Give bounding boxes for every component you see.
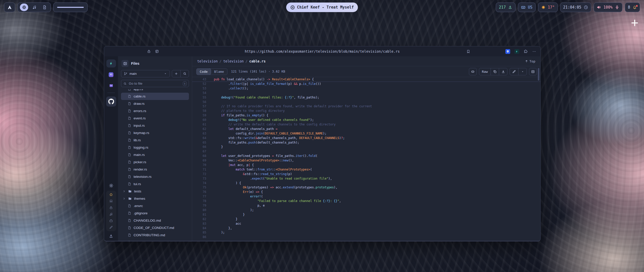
line-number[interactable]: 80 <box>192 208 206 213</box>
breadcrumb-item-1[interactable]: television <box>223 59 244 63</box>
briefcase-icon[interactable] <box>109 219 113 223</box>
line-number[interactable]: 70 <box>192 163 206 167</box>
line-number[interactable]: 74 <box>192 181 206 186</box>
line-number[interactable]: 71 <box>192 167 206 172</box>
laptop-icon[interactable] <box>109 199 113 203</box>
file-tree-item-picker.rs[interactable]: picker.rs <box>121 158 189 166</box>
file-tree-item-CONTRIBUTING.md[interactable]: CONTRIBUTING.md <box>121 231 189 239</box>
site-permissions-icon[interactable] <box>155 49 159 53</box>
line-number[interactable]: 69 <box>192 158 206 163</box>
file-tree-item-render.rs[interactable]: render.rs <box>121 166 189 173</box>
file-tree-item-tui.rs[interactable]: tui.rs <box>121 180 189 188</box>
edit-caret-button[interactable] <box>518 68 527 75</box>
url-bar[interactable]: https://github.com/alexpasmantier/televi… <box>245 49 400 53</box>
line-number[interactable]: 68 <box>192 154 206 158</box>
line-number[interactable]: 66 <box>192 145 206 149</box>
status-widget-keyboard-layout[interactable]: US <box>518 3 535 12</box>
line-number[interactable]: 56 <box>192 100 206 105</box>
line-number[interactable]: 76 <box>192 190 206 194</box>
styles-extension-icon[interactable] <box>514 49 519 54</box>
file-tree-item-keymap.rs[interactable]: keymap.rs <box>121 129 189 137</box>
search-tree-button[interactable] <box>180 70 189 77</box>
line-number[interactable]: 86 <box>192 235 206 240</box>
tab-github[interactable] <box>106 96 116 107</box>
file-tree-item-lib.rs[interactable]: lib.rs <box>121 137 189 144</box>
line-number[interactable]: 60 <box>192 118 206 122</box>
add-file-button[interactable] <box>172 70 180 77</box>
line-number[interactable]: 58 <box>192 109 206 113</box>
line-number[interactable]: 62 <box>192 127 206 131</box>
pencil-icon[interactable] <box>109 225 113 229</box>
app-button-globe[interactable] <box>20 4 28 11</box>
line-number[interactable]: 53 <box>192 86 206 91</box>
bitwarden-extension-icon[interactable] <box>505 49 510 54</box>
line-number[interactable]: 54 <box>192 91 206 95</box>
line-number[interactable]: 84 <box>192 226 206 231</box>
status-widget-updates[interactable]: 217 <box>496 3 515 12</box>
pinned-tab-mail[interactable] <box>106 82 116 90</box>
symbols-button[interactable] <box>529 68 537 75</box>
file-tree-item-main.rs[interactable]: main.rs <box>121 151 189 158</box>
file-tree-item-errors.rs[interactable]: errors.rs <box>121 107 189 115</box>
music-note-icon[interactable] <box>109 212 113 216</box>
line-number[interactable]: 72 <box>192 172 206 177</box>
branch-selector[interactable]: main <box>121 70 170 77</box>
bookmark-icon[interactable] <box>466 49 470 54</box>
media-widget[interactable]: Chief Keef - Treat Myself <box>286 3 358 12</box>
gear-icon[interactable] <box>109 183 114 188</box>
lock-icon[interactable] <box>147 49 151 53</box>
line-number[interactable]: 81 <box>192 213 206 217</box>
file-tree-item-draw.rs[interactable]: draw.rs <box>121 100 189 107</box>
line-number[interactable]: 79 <box>192 203 206 208</box>
file-tree-item-event.rs[interactable]: event.rs <box>121 115 189 122</box>
edit-button[interactable] <box>510 68 518 75</box>
line-number[interactable]: 43 <box>192 77 206 82</box>
line-number[interactable]: 83 <box>192 222 206 226</box>
scrollbar-thumb[interactable] <box>538 68 539 81</box>
back-to-top-link[interactable]: Top <box>525 59 535 63</box>
home-icon[interactable] <box>109 193 113 196</box>
status-widget-volume[interactable]: 100% <box>594 3 622 12</box>
pinned-tab-calendar[interactable]: 31 <box>106 71 116 79</box>
app-button-document[interactable] <box>41 4 49 11</box>
code-view[interactable]: 43pub fn load_cable_channels() -> Result… <box>192 77 540 241</box>
raw-button[interactable]: Raw <box>479 70 491 74</box>
launcher-button[interactable] <box>4 3 15 12</box>
file-tree-item-app.rs[interactable]: app.rs <box>121 89 189 93</box>
file-tree-item-.envrc[interactable]: .envrc <box>121 202 189 210</box>
file-tree-item-tests[interactable]: tests <box>121 188 189 195</box>
line-number[interactable]: 63 <box>192 131 206 136</box>
copilot-button[interactable] <box>469 68 477 75</box>
status-widget-clock[interactable]: 21:04:05 <box>560 3 591 12</box>
file-tree-item-clipped[interactable] <box>121 239 189 241</box>
line-number[interactable]: 57 <box>192 104 206 109</box>
line-number[interactable]: 52 <box>192 82 206 86</box>
line-number[interactable]: 73 <box>192 177 206 181</box>
line-number[interactable]: 61 <box>192 122 206 127</box>
line-number[interactable]: 77 <box>192 194 206 199</box>
tab-code[interactable]: Code <box>196 69 211 75</box>
ellipsis-menu-icon[interactable] <box>532 49 536 54</box>
file-tree-item-CODE_OF_CONDUCT.md[interactable]: CODE_OF_CONDUCT.md <box>121 224 189 231</box>
goto-file-input[interactable] <box>129 82 181 85</box>
file-tree-item-input.rs[interactable]: input.rs <box>121 122 189 129</box>
lock-icon[interactable] <box>109 206 113 210</box>
copy-button[interactable] <box>491 68 499 75</box>
line-number[interactable]: 82 <box>192 217 206 222</box>
file-tree-item-cable.rs[interactable]: cable.rs <box>121 93 189 100</box>
file-tree-item-themes[interactable]: themes <box>121 195 189 202</box>
file-tree-item-.gitignore[interactable]: .gitignore <box>121 210 189 217</box>
app-button-music-note[interactable] <box>30 4 38 11</box>
file-tree-item-CHANGELOG.md[interactable]: CHANGELOG.md <box>121 217 189 224</box>
download-raw-button[interactable] <box>499 68 507 75</box>
file-tree-item-logging.rs[interactable]: logging.rs <box>121 144 189 151</box>
line-number[interactable]: 78 <box>192 199 206 203</box>
line-number[interactable]: 65 <box>192 141 206 145</box>
puzzle-extensions-icon[interactable] <box>524 49 528 54</box>
line-number[interactable]: 55 <box>192 95 206 100</box>
status-widget-notifications[interactable]: 8 <box>625 3 640 12</box>
pinned-tab-bolt[interactable] <box>106 59 116 67</box>
workspace-indicator[interactable] <box>53 3 88 12</box>
collapse-sidebar-button[interactable] <box>122 60 129 67</box>
line-number[interactable]: 85 <box>192 230 206 235</box>
